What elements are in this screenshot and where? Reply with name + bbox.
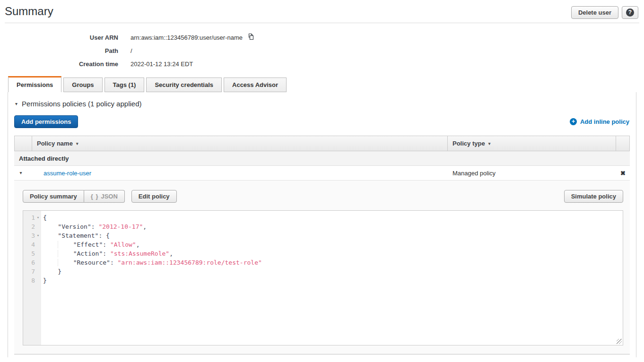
user-info: User ARN arn:aws:iam::123456789:user/use… [0,31,644,70]
editor-resize-handle[interactable] [617,339,622,344]
fold-spacer [35,276,41,285]
user-arn-text: arn:aws:iam::123456789:user/user-name [131,34,243,41]
code-line: { [43,213,623,222]
braces-icon: { } [91,193,99,200]
tab-groups[interactable]: Groups [63,78,102,92]
add-permissions-button[interactable]: Add permissions [14,115,78,128]
copy-icon[interactable] [247,33,255,42]
detach-policy-icon[interactable]: ✖ [620,170,626,177]
fold-spacer [35,240,41,249]
add-inline-policy-link[interactable]: + Add inline policy [570,118,629,125]
simulate-policy-button[interactable]: Simulate policy [564,190,623,203]
expand-column-header [15,136,32,151]
policy-table-row: ▾ assume-role-user Managed policy ✖ [14,166,630,180]
fold-spacer [35,249,41,258]
tab-bar: Permissions Groups Tags (1) Security cre… [8,76,644,92]
fold-spacer [35,222,41,231]
policy-name-link[interactable]: assume-role-user [44,170,91,177]
info-row-path: Path / [0,44,644,57]
gutter-line: 7 [23,267,41,276]
add-inline-policy-label: Add inline policy [580,118,629,125]
permissions-policies-section-toggle[interactable]: ▾ Permissions policies (1 policy applied… [15,100,630,108]
help-icon: ? [626,9,634,17]
creation-time-label: Creation time [0,60,118,68]
code-line: "Statement": { [43,231,623,240]
policy-table: Policy name ▾ Policy type ▾ Attached dir… [14,136,630,354]
code-line: } [43,276,623,285]
action-column-header [616,136,629,151]
gutter-line: 4 [23,240,41,249]
gutter-line: 6 [23,258,41,267]
line-number: 8 [31,276,35,285]
tab-tags[interactable]: Tags (1) [104,78,145,92]
help-button[interactable]: ? [622,6,638,19]
tab-permissions[interactable]: Permissions [8,76,61,92]
json-view-button[interactable]: { } JSON [84,190,125,203]
gutter-line: 8 [23,276,41,285]
user-arn-value: arn:aws:iam::123456789:user/user-name [131,33,255,42]
page-title: Summary [5,5,53,18]
header-actions: Delete user ? [571,6,638,19]
code-line: "Version": "2012-10-17", [43,222,623,231]
policy-type-header-label: Policy type [453,140,485,147]
policy-actions-row: Add permissions + Add inline policy [14,115,629,128]
policy-name-header-label: Policy name [37,140,73,147]
line-number: 2 [31,222,35,231]
gutter-line: 2 [23,222,41,231]
policy-table-header: Policy name ▾ Policy type ▾ [14,136,630,151]
code-line: "Resource": "arn:aws:iam::123456789:role… [43,258,623,267]
code-line: "Action": "sts:AssumeRole", [43,249,623,258]
json-view-label: JSON [101,193,117,200]
policy-action-cell: ✖ [616,166,630,180]
policy-name-cell: assume-role-user [32,166,448,180]
row-expand-toggle[interactable]: ▾ [14,166,32,180]
plus-circle-icon: + [570,118,577,125]
line-number: 5 [31,249,35,258]
info-row-user-arn: User ARN arn:aws:iam::123456789:user/use… [0,31,644,44]
info-row-creation-time: Creation time 2022-01-12 13:24 EDT [0,57,644,70]
page-header: Summary Delete user ? [5,0,639,23]
edit-policy-button[interactable]: Edit policy [131,190,177,203]
caret-down-icon: ▾ [15,102,17,106]
path-value: / [131,47,132,54]
row-caret-down-icon: ▾ [19,171,22,175]
fold-spacer [35,258,41,267]
fold-caret-icon[interactable]: ▾ [35,231,41,240]
policy-type-cell: Managed policy [448,166,616,180]
tab-access-advisor[interactable]: Access Advisor [224,78,287,92]
fold-caret-icon[interactable]: ▾ [35,213,41,222]
gutter-line: 5 [23,249,41,258]
line-number: 1 [31,213,35,222]
user-arn-label: User ARN [0,34,118,41]
code-line: "Effect": "Allow", [43,240,623,249]
tab-security-credentials[interactable]: Security credentials [146,78,222,92]
creation-time-value: 2022-01-12 13:24 EDT [131,60,193,68]
permissions-tab-panel: ▾ Permissions policies (1 policy applied… [8,92,636,357]
json-policy-editor[interactable]: 1▾23▾45678 { "Version": "2012-10-17", "S… [23,210,623,345]
line-number: 4 [31,240,35,249]
policy-detail-toolbar: Policy summary { } JSON Edit policy Simu… [23,190,623,203]
line-number: 7 [31,267,35,276]
policy-detail-panel: Policy summary { } JSON Edit policy Simu… [14,180,630,354]
line-number: 3 [31,231,35,240]
policy-summary-view-button[interactable]: Policy summary [23,190,84,203]
fold-spacer [35,267,41,276]
path-label: Path [0,47,118,54]
policy-view-segmented-control: Policy summary { } JSON [23,190,125,203]
code-line: } [43,267,623,276]
editor-gutter: 1▾23▾45678 [23,211,41,345]
attached-directly-group-row: Attached directly [14,151,630,166]
sort-caret-icon: ▾ [488,141,491,146]
delete-user-button[interactable]: Delete user [571,6,618,19]
policy-type-column-header[interactable]: Policy type ▾ [447,136,616,151]
sort-caret-icon: ▾ [76,141,78,146]
line-number: 6 [31,258,35,267]
gutter-line: 1▾ [23,213,41,222]
editor-lines: { "Version": "2012-10-17", "Statement": … [41,211,623,345]
gutter-line: 3▾ [23,231,41,240]
policy-view-controls: Policy summary { } JSON Edit policy [23,190,177,203]
permissions-policies-heading: Permissions policies (1 policy applied) [22,100,141,108]
policy-name-column-header[interactable]: Policy name ▾ [32,136,447,151]
